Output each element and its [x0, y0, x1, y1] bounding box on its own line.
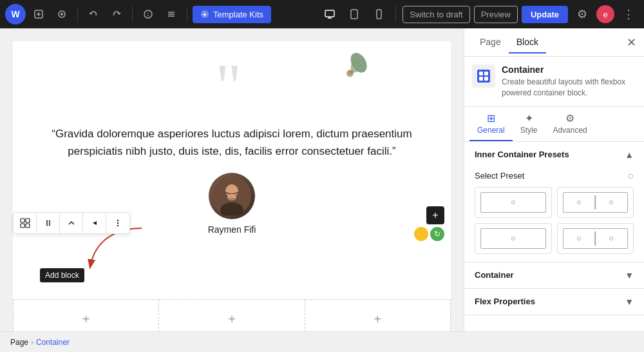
panel-header: Page Block ✕ — [464, 28, 644, 57]
template-kits-button[interactable]: ✦ Template Kits — [193, 6, 271, 23]
svg-rect-26 — [21, 224, 24, 228]
svg-point-34 — [117, 220, 118, 221]
preset-dot-right-2 — [609, 237, 613, 240]
add-block-button[interactable] — [28, 4, 49, 24]
svg-point-30 — [46, 222, 47, 224]
preset-item-2[interactable] — [557, 187, 634, 218]
avatar-section: Raymen Fifi — [208, 173, 256, 235]
tablet-view-button[interactable] — [344, 4, 365, 24]
block-desc: Create beautiful layouts with flexbox po… — [502, 77, 636, 99]
preset-split-line-1 — [595, 195, 596, 210]
sub-tab-style[interactable]: ✦ Style — [513, 107, 545, 141]
svg-rect-12 — [325, 10, 334, 17]
preset-item-1[interactable] — [475, 187, 552, 218]
add-cell-plus-1[interactable]: + — [82, 312, 90, 327]
svg-rect-25 — [26, 219, 30, 222]
svg-point-31 — [48, 222, 50, 224]
mobile-view-button[interactable] — [368, 4, 389, 24]
breadcrumb-separator: › — [31, 338, 33, 347]
toolbar: W i ✦ Template Kits Switch to draft — [0, 0, 644, 28]
desktop-view-button[interactable] — [319, 4, 340, 24]
svg-rect-15 — [377, 10, 381, 19]
container-rows: + + + — [13, 299, 451, 331]
more-block-options-button[interactable] — [106, 213, 129, 233]
preset-dot-right-1 — [609, 200, 613, 204]
add-badge[interactable]: + — [426, 206, 444, 224]
update-button[interactable]: Update — [522, 6, 568, 23]
toolbar-right: Switch to draft Preview Update ⚙ e ⋮ — [319, 4, 639, 24]
block-type-button[interactable] — [14, 213, 37, 233]
container-row-1: + + + — [13, 299, 451, 331]
more-options-button[interactable]: ⋮ — [618, 4, 639, 24]
svg-point-4 — [61, 13, 63, 15]
breadcrumb-bar: Page › Container — [0, 331, 644, 352]
section-container-header[interactable]: Container ▼ — [464, 262, 644, 288]
switch-to-draft-button[interactable]: Switch to draft — [402, 6, 469, 23]
preset-item-4[interactable] — [557, 223, 634, 254]
section-container-title: Container — [475, 270, 514, 280]
breadcrumb-page-link[interactable]: Page — [10, 338, 28, 347]
section-presets-title: Inner Container Presets — [475, 150, 569, 159]
preset-visual-3 — [480, 228, 546, 249]
add-cell-plus-2[interactable]: + — [228, 312, 236, 327]
quote-image-area: " — [26, 54, 438, 119]
general-icon: ⊞ — [487, 112, 495, 124]
add-cell-plus-3[interactable]: + — [374, 312, 381, 327]
wp-logo[interactable]: W — [5, 4, 26, 24]
container-cell-3[interactable]: + — [305, 300, 450, 331]
select-preset-info-icon: ○ — [627, 170, 634, 182]
svg-point-33 — [48, 224, 50, 226]
section-presets-header[interactable]: Inner Container Presets ▲ — [464, 142, 644, 168]
block-info-text: Container Create beautiful layouts with … — [502, 64, 636, 99]
preview-button[interactable]: Preview — [474, 6, 518, 23]
toolbar-divider-4 — [395, 6, 396, 22]
svg-rect-27 — [26, 224, 30, 228]
svg-rect-14 — [351, 10, 357, 19]
preset-item-3[interactable] — [475, 223, 552, 254]
select-preset-label: Select Preset — [475, 171, 524, 181]
section-container: Container ▼ — [464, 262, 644, 289]
panel-close-button[interactable]: ✕ — [627, 37, 636, 48]
decorative-leaf — [338, 51, 374, 86]
section-inner-container-presets: Inner Container Presets ▲ Select Preset … — [464, 142, 644, 262]
select-preset-row: Select Preset ○ — [464, 168, 644, 187]
yellow-badge — [414, 227, 428, 241]
section-flex-header[interactable]: Flex Properties ▼ — [464, 289, 644, 315]
right-panel: Page Block ✕ Container Create beautiful … — [464, 28, 644, 331]
section-flex-title: Flex Properties — [475, 297, 535, 306]
redo-button[interactable] — [106, 4, 127, 24]
info-button[interactable]: i — [138, 4, 158, 24]
undo-button[interactable] — [83, 4, 104, 24]
block-title: Container — [502, 64, 636, 75]
block-icon-box — [472, 64, 495, 88]
move-up-button[interactable] — [60, 213, 83, 233]
list-view-button[interactable] — [161, 4, 182, 24]
preset-dot-left-2 — [577, 237, 581, 240]
preset-visual-1 — [480, 192, 546, 213]
preset-grid — [464, 187, 644, 262]
preset-visual-2 — [563, 192, 629, 213]
svg-point-28 — [46, 220, 47, 222]
advanced-icon: ⚙ — [565, 112, 574, 124]
add-block-tooltip: Add block — [40, 268, 84, 282]
template-kits-label: Template Kits — [213, 10, 263, 19]
svg-point-36 — [117, 225, 118, 226]
block-controls — [13, 212, 130, 234]
elementor-button[interactable]: e — [596, 5, 614, 23]
float-badges: + ↻ — [414, 206, 444, 241]
tab-block[interactable]: Block — [509, 32, 546, 54]
sub-tab-advanced[interactable]: ⚙ Advanced — [545, 107, 594, 141]
drag-handle-button[interactable] — [37, 213, 60, 233]
settings-button[interactable]: ⚙ — [572, 4, 592, 24]
canvas-content: " “Gravida doloremque asperiores luctus … — [13, 41, 451, 299]
section-container-toggle: ▼ — [625, 270, 634, 280]
container-cell-2[interactable]: + — [159, 300, 305, 331]
transform-button[interactable] — [83, 213, 106, 233]
container-cell-1[interactable]: + — [14, 300, 159, 331]
canvas: " “Gravida doloremque asperiores luctus … — [0, 28, 464, 331]
quote-text: “Gravida doloremque asperiores luctus ad… — [26, 125, 438, 160]
tools-button[interactable] — [52, 4, 72, 24]
preset-dot-3 — [511, 237, 515, 240]
tab-page[interactable]: Page — [472, 32, 509, 54]
sub-tab-general[interactable]: ⊞ General — [469, 107, 513, 141]
